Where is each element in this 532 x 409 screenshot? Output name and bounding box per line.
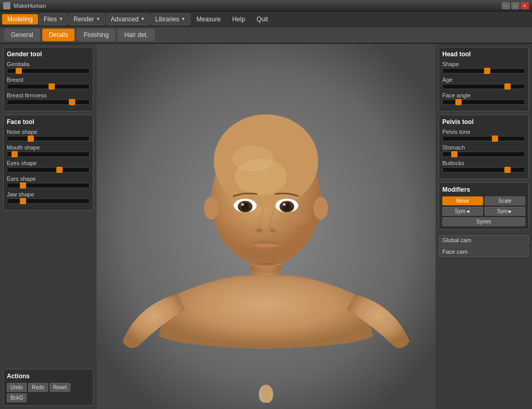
- action-buttons: Undo Redo Reset: [7, 383, 90, 392]
- shape-slider[interactable]: [442, 68, 525, 73]
- svg-point-22: [250, 263, 282, 274]
- genitalia-slider[interactable]: [7, 68, 90, 73]
- right-panel: Head tool Shape Age Face angle Pelvis to…: [436, 44, 532, 409]
- actions-title: Actions: [7, 373, 90, 380]
- reset-button[interactable]: Reset: [50, 383, 70, 392]
- menu-help[interactable]: Help: [227, 14, 250, 24]
- window-controls: − □ ×: [502, 2, 529, 9]
- breast-firmness-slider[interactable]: [7, 100, 90, 105]
- maximize-button[interactable]: □: [511, 2, 519, 9]
- undo-button[interactable]: Undo: [7, 383, 27, 392]
- face-angle-slider[interactable]: [442, 100, 525, 105]
- ears-shape-slider[interactable]: [7, 183, 90, 188]
- figure-svg: [96, 44, 436, 409]
- svg-point-19: [232, 146, 274, 172]
- eyes-shape-label: Eyes shape: [7, 160, 90, 166]
- nose-shape-slider[interactable]: [7, 136, 90, 141]
- breast-label: Breast: [7, 77, 90, 83]
- gender-tool-title: Gender tool: [7, 51, 90, 58]
- svg-point-16: [204, 197, 219, 220]
- tab-details[interactable]: Details: [42, 29, 75, 41]
- menu-modeling[interactable]: Modeling: [2, 14, 38, 24]
- buttocks-slider[interactable]: [442, 167, 525, 172]
- jaw-shape-slider[interactable]: [7, 199, 90, 204]
- svg-point-8: [241, 203, 244, 206]
- face-cam-button[interactable]: Face cam: [439, 246, 529, 257]
- svg-point-23: [261, 385, 272, 398]
- mouth-shape-slider[interactable]: [7, 152, 90, 157]
- menu-measure[interactable]: Measure: [191, 14, 226, 24]
- tab-general[interactable]: General: [4, 29, 40, 41]
- svg-point-12: [283, 203, 286, 206]
- pelvis-tool-panel: Pelvis tool Pelvis tone Stomach Buttocks: [439, 115, 529, 179]
- app-title: MakeHuman: [14, 3, 46, 9]
- jaw-shape-label: Jaw shape: [7, 191, 90, 197]
- sym-left-button[interactable]: Sym◄: [442, 207, 483, 216]
- svg-point-20: [221, 213, 241, 225]
- cameras-panel: Global cam Face cam: [439, 235, 529, 258]
- modifiers-grid: Move Scale Sym◄ Sym► Symm: [442, 196, 525, 226]
- tabs-bar: General Details Finishing Hair det.: [0, 27, 532, 44]
- menu-libraries[interactable]: Libraries: [151, 14, 190, 25]
- stomach-slider[interactable]: [442, 152, 525, 157]
- svg-point-14: [256, 229, 262, 233]
- minimize-button[interactable]: −: [502, 2, 510, 9]
- svg-rect-24: [263, 396, 270, 403]
- move-button[interactable]: Move: [442, 196, 483, 205]
- left-panel: Gender tool Genitalia Breast Breast firm…: [0, 44, 96, 409]
- genitalia-label: Genitalia: [7, 61, 90, 67]
- buttocks-label: Buttocks: [442, 160, 525, 166]
- gender-tool-panel: Gender tool Genitalia Breast Breast firm…: [3, 47, 93, 111]
- modifiers-panel: Modifiers Move Scale Sym◄ Sym► Symm: [439, 182, 529, 230]
- svg-point-17: [313, 197, 328, 220]
- svg-point-15: [270, 229, 276, 233]
- eyes-shape-slider[interactable]: [7, 167, 90, 172]
- bckg-button[interactable]: BckG: [7, 393, 27, 402]
- global-cam-button[interactable]: Global cam: [439, 235, 529, 245]
- pelvis-tone-label: Pelvis tone: [442, 129, 525, 135]
- mini-avatar: [259, 385, 273, 403]
- menu-render[interactable]: Render: [69, 14, 105, 25]
- main-area: Gender tool Genitalia Breast Breast firm…: [0, 44, 532, 409]
- pelvis-tone-slider[interactable]: [442, 136, 525, 141]
- breast-slider[interactable]: [7, 84, 90, 89]
- breast-firmness-label: Breast firmness: [7, 92, 90, 98]
- svg-point-21: [291, 213, 311, 225]
- face-tool-panel: Face tool Nose shape Mouth shape Eyes sh…: [3, 115, 93, 210]
- age-slider[interactable]: [442, 84, 525, 89]
- shape-label: Shape: [442, 61, 525, 67]
- svg-point-18: [243, 246, 289, 259]
- menu-advanced[interactable]: Advanced: [106, 14, 149, 25]
- sym-right-button[interactable]: Sym►: [485, 207, 525, 216]
- modifiers-title: Modifiers: [442, 186, 525, 193]
- ears-shape-label: Ears shape: [7, 176, 90, 182]
- app-icon: [3, 2, 10, 9]
- menubar: Modeling Files Render Advanced Libraries…: [0, 11, 532, 27]
- scale-button[interactable]: Scale: [485, 196, 525, 205]
- stomach-label: Stomach: [442, 144, 525, 151]
- age-label: Age: [442, 77, 525, 83]
- menu-quit[interactable]: Quit: [251, 14, 273, 24]
- nose-shape-label: Nose shape: [7, 129, 90, 135]
- mouth-shape-label: Mouth shape: [7, 144, 90, 151]
- head-tool-title: Head tool: [442, 51, 525, 58]
- head-tool-panel: Head tool Shape Age Face angle: [439, 47, 529, 111]
- tab-hair-det[interactable]: Hair det.: [117, 29, 154, 41]
- menu-files[interactable]: Files: [39, 14, 68, 25]
- face-tool-title: Face tool: [7, 118, 90, 126]
- actions-panel: Actions Undo Redo Reset BckG: [3, 369, 93, 406]
- viewport[interactable]: [96, 44, 436, 409]
- pelvis-tool-title: Pelvis tool: [442, 118, 525, 126]
- redo-button[interactable]: Redo: [28, 383, 48, 392]
- close-button[interactable]: ×: [521, 2, 529, 9]
- titlebar: MakeHuman − □ ×: [0, 0, 532, 11]
- face-angle-label: Face angle: [442, 92, 525, 98]
- tab-finishing[interactable]: Finishing: [77, 29, 115, 41]
- symm-button[interactable]: Symm: [442, 217, 525, 226]
